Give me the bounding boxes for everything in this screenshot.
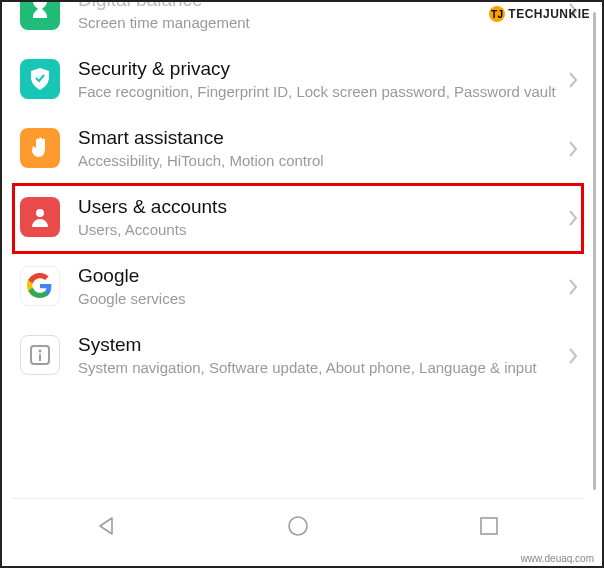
android-navbar (12, 498, 584, 552)
row-title: Security & privacy (78, 57, 562, 81)
google-icon (20, 266, 60, 306)
chevron-right-icon (568, 141, 578, 157)
chevron-right-icon (568, 72, 578, 88)
person-icon (20, 197, 60, 237)
row-subtitle: Accessibility, HiTouch, Motion control (78, 151, 562, 171)
row-title: System (78, 333, 562, 357)
techjunkie-logo-icon: TJ (489, 6, 505, 22)
settings-list: Digital balance Screen time management S… (12, 2, 584, 390)
home-circle-icon (286, 514, 310, 538)
svg-point-4 (289, 517, 307, 535)
settings-row-google[interactable]: Google Google services (12, 252, 584, 321)
hourglass-icon (20, 0, 60, 30)
nav-recent-button[interactable] (459, 508, 519, 544)
chevron-right-icon (568, 210, 578, 226)
chevron-right-icon (568, 279, 578, 295)
settings-row-smart-assistance[interactable]: Smart assistance Accessibility, HiTouch,… (12, 114, 584, 183)
settings-row-security-privacy[interactable]: Security & privacy Face recognition, Fin… (12, 45, 584, 114)
row-title: Users & accounts (78, 195, 562, 219)
svg-rect-3 (39, 354, 41, 361)
watermark-top-text: TECHJUNKIE (508, 7, 590, 21)
hand-icon (20, 128, 60, 168)
row-title: Smart assistance (78, 126, 562, 150)
watermark-bottom: www.deuaq.com (521, 553, 594, 564)
row-title: Google (78, 264, 562, 288)
system-icon (20, 335, 60, 375)
recent-square-icon (479, 516, 499, 536)
settings-row-system[interactable]: System System navigation, Software updat… (12, 321, 584, 390)
nav-back-button[interactable] (77, 508, 137, 544)
row-subtitle: Google services (78, 289, 562, 309)
svg-point-0 (36, 209, 44, 217)
shield-icon (20, 59, 60, 99)
back-triangle-icon (96, 515, 118, 537)
scrollbar[interactable] (593, 12, 596, 490)
svg-rect-5 (481, 518, 497, 534)
svg-point-2 (39, 350, 42, 353)
watermark-top: TJ TECHJUNKIE (489, 6, 590, 22)
chevron-right-icon (568, 348, 578, 364)
row-subtitle: System navigation, Software update, Abou… (78, 358, 562, 378)
settings-row-users-accounts[interactable]: Users & accounts Users, Accounts (12, 183, 584, 252)
row-subtitle: Users, Accounts (78, 220, 562, 240)
row-subtitle: Face recognition, Fingerprint ID, Lock s… (78, 82, 562, 102)
nav-home-button[interactable] (268, 508, 328, 544)
